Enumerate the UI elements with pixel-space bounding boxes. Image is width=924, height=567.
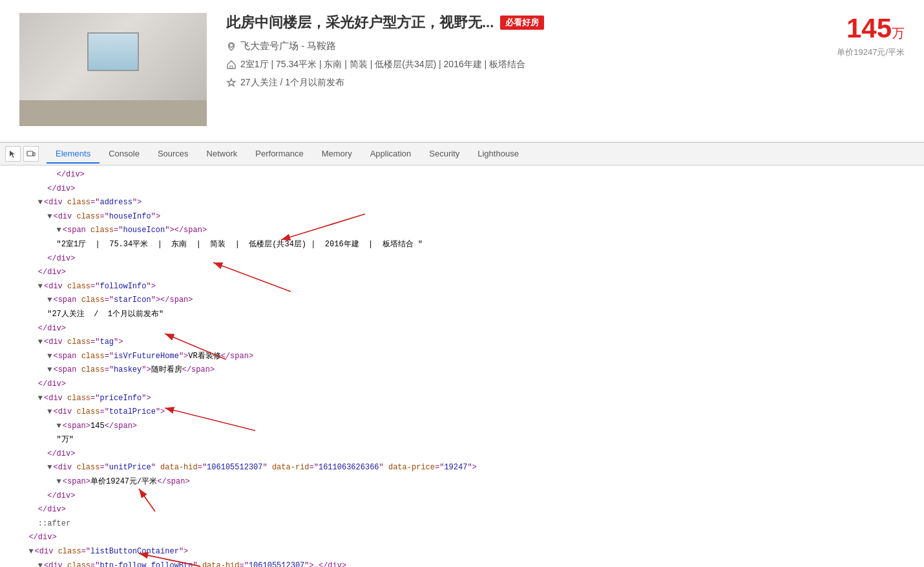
code-line[interactable]: </div> [0, 489, 924, 504]
code-line[interactable]: ▼<span class="houseIcon"></span> [0, 224, 924, 238]
code-area[interactable]: </div> </div> ▼<div class="address"> ▼<d… [0, 166, 924, 567]
details-text: 2室1厅 | 75.34平米 | 东南 | 简装 | 低楼层(共34层) | 2… [240, 59, 525, 70]
code-line[interactable]: ▼<div class="tag"> [0, 336, 924, 350]
price-display: 145万 [837, 13, 905, 44]
tab-console[interactable]: Console [100, 145, 149, 164]
code-line[interactable]: ▼<div class="address"> [0, 196, 924, 210]
code-line[interactable]: ▼<span>单价19247元/平米</span> [0, 475, 924, 489]
device-icon-btn[interactable] [23, 146, 39, 162]
devtools-tabs: Elements Console Sources Network Perform… [47, 145, 528, 164]
price-unit: 万 [892, 26, 905, 40]
code-line[interactable]: ▼<div class="unitPrice" data-hid="106105… [0, 461, 924, 475]
code-line[interactable]: </div> [0, 182, 924, 197]
devtools-bar: Elements Console Sources Network Perform… [0, 142, 924, 166]
code-line[interactable]: </div> [0, 503, 924, 517]
location-icon [226, 41, 236, 52]
devtools-icons [5, 146, 39, 162]
property-card: 此房中间楼层，采光好户型方正，视野无... 必看好房 飞大壹号广场 - 马鞍路 … [0, 0, 924, 142]
code-line[interactable]: ▼<div class="priceInfo"> [0, 392, 924, 406]
code-line[interactable]: "万" [0, 433, 924, 447]
property-info: 此房中间楼层，采光好户型方正，视野无... 必看好房 飞大壹号广场 - 马鞍路 … [226, 13, 824, 89]
code-line[interactable]: ▼<div class="houseInfo"> [0, 210, 924, 224]
code-area-wrapper: </div> </div> ▼<div class="address"> ▼<d… [0, 166, 924, 567]
code-line[interactable]: </div> [0, 322, 924, 336]
house-icon [226, 59, 236, 70]
code-line[interactable]: </div> [0, 531, 924, 545]
code-line[interactable]: </div> [0, 252, 924, 266]
location-text: 飞大壹号广场 - 马鞍路 [240, 40, 336, 52]
price-per: 单价19247元/平米 [837, 47, 905, 58]
code-line[interactable]: </div> [0, 447, 924, 462]
tab-lighthouse[interactable]: Lighthouse [468, 145, 528, 164]
price-main: 145 [846, 13, 892, 43]
code-line[interactable]: </div> [0, 266, 924, 280]
price-section: 145万 单价19247元/平米 [837, 13, 905, 58]
title-text: 此房中间楼层，采光好户型方正，视野无... [226, 13, 494, 32]
star-icon [226, 78, 236, 88]
property-image [19, 13, 207, 126]
tab-elements[interactable]: Elements [47, 145, 100, 164]
property-location: 飞大壹号广场 - 马鞍路 [226, 40, 824, 52]
code-line[interactable]: </div> [0, 378, 924, 392]
svg-point-0 [229, 43, 233, 47]
code-line[interactable]: ▼<div class="totalPrice"> [0, 405, 924, 420]
code-line[interactable]: ▼<div class="followInfo"> [0, 280, 924, 294]
code-line[interactable]: ::after [0, 517, 924, 531]
cursor-icon [8, 149, 17, 158]
svg-rect-3 [33, 153, 35, 156]
tab-application[interactable]: Application [361, 145, 421, 164]
tab-performance[interactable]: Performance [246, 145, 312, 164]
device-icon [26, 149, 36, 158]
svg-rect-2 [27, 151, 33, 156]
tab-sources[interactable]: Sources [149, 145, 198, 164]
tab-security[interactable]: Security [420, 145, 468, 164]
code-line[interactable]: "2室1厅 | 75.34平米 | 东南 | 简装 | 低楼层(共34层) | … [0, 238, 924, 252]
property-follow: 27人关注 / 1个月以前发布 [226, 77, 824, 89]
cursor-icon-btn[interactable] [5, 146, 21, 162]
code-line[interactable]: </div> [0, 168, 924, 182]
code-line[interactable]: ▼<span class="haskey">随时看房</span> [0, 363, 924, 378]
follow-text: 27人关注 / 1个月以前发布 [240, 77, 344, 89]
code-line[interactable]: ▼<span>145</span> [0, 420, 924, 434]
code-line[interactable]: ▼<div class="btn-follow followBtn" data-… [0, 559, 924, 567]
property-badge: 必看好房 [500, 16, 544, 30]
tab-memory[interactable]: Memory [313, 145, 361, 164]
code-line[interactable]: ▼<div class="listButtonContainer"> [0, 545, 924, 559]
property-title: 此房中间楼层，采光好户型方正，视野无... 必看好房 [226, 13, 824, 32]
code-line[interactable]: ▼<span class="isVrFutureHome">VR看装修</spa… [0, 350, 924, 364]
code-line[interactable]: "27人关注 / 1个月以前发布" [0, 308, 924, 322]
property-details: 2室1厅 | 75.34平米 | 东南 | 简装 | 低楼层(共34层) | 2… [226, 59, 824, 70]
tab-network[interactable]: Network [198, 145, 247, 164]
code-line[interactable]: ▼<span class="starIcon"></span> [0, 294, 924, 308]
